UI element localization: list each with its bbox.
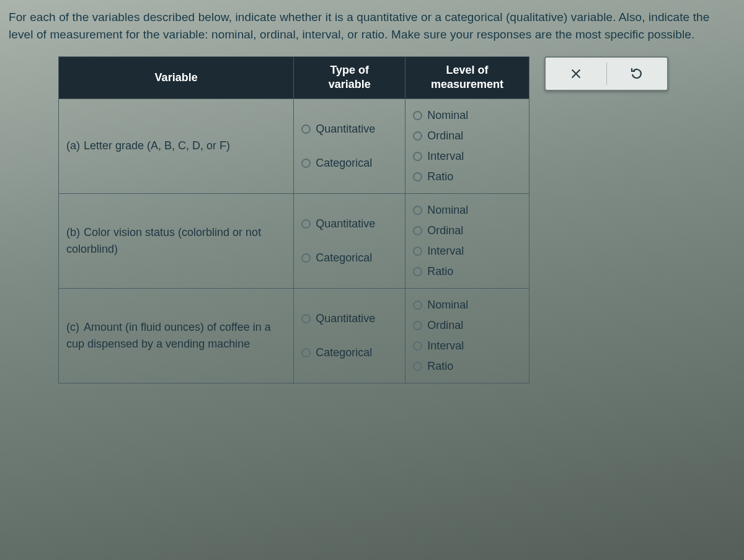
radio-icon[interactable] <box>413 172 422 182</box>
option-label: Interval <box>427 245 464 258</box>
option-label: Interval <box>427 150 464 163</box>
variable-text: Amount (in fluid ounces) of coffee in a … <box>66 321 271 350</box>
radio-icon[interactable] <box>301 159 311 168</box>
option-label: Ordinal <box>427 224 463 237</box>
header-type: Type of variable <box>294 57 405 99</box>
radio-icon[interactable] <box>413 300 422 310</box>
option-label: Ordinal <box>427 319 463 332</box>
option-interval[interactable]: Interval <box>413 241 521 261</box>
option-label: Nominal <box>427 299 468 312</box>
radio-icon[interactable] <box>413 267 422 276</box>
table-row: (b)Color vision status (colorblind or no… <box>59 193 529 288</box>
option-ratio[interactable]: Ratio <box>413 356 521 377</box>
radio-icon[interactable] <box>413 341 422 351</box>
option-label: Ratio <box>427 265 453 278</box>
header-level: Level of measurement <box>405 57 529 99</box>
type-cell: Quantitative Categorical <box>294 288 405 383</box>
radio-icon[interactable] <box>413 152 422 161</box>
variable-cell: (a)Letter grade (A, B, C, D, or F) <box>59 98 294 193</box>
option-label: Quantitative <box>316 123 375 136</box>
radio-icon[interactable] <box>413 226 422 235</box>
option-label: Quantitative <box>316 312 375 325</box>
level-cell: Nominal Ordinal Interval Ratio <box>405 193 529 288</box>
header-variable: Variable <box>59 57 294 99</box>
option-nominal[interactable]: Nominal <box>413 105 521 126</box>
row-marker: (a) <box>66 138 84 154</box>
option-ratio[interactable]: Ratio <box>413 261 521 282</box>
option-ratio[interactable]: Ratio <box>413 167 521 187</box>
radio-icon[interactable] <box>413 247 422 256</box>
reset-button[interactable] <box>607 58 668 90</box>
variable-text: Letter grade (A, B, C, D, or F) <box>84 139 230 152</box>
option-ordinal[interactable]: Ordinal <box>413 315 521 336</box>
radio-icon[interactable] <box>413 321 422 330</box>
option-interval[interactable]: Interval <box>413 336 521 356</box>
level-cell: Nominal Ordinal Interval Ratio <box>405 288 529 383</box>
radio-icon[interactable] <box>413 111 422 120</box>
option-label: Ratio <box>427 170 453 183</box>
table-row: (a)Letter grade (A, B, C, D, or F) Quant… <box>59 98 529 193</box>
option-quantitative[interactable]: Quantitative <box>301 308 397 329</box>
variable-cell: (c)Amount (in fluid ounces) of coffee in… <box>59 288 294 383</box>
row-marker: (b) <box>66 224 84 241</box>
option-label: Quantitative <box>316 217 375 230</box>
radio-icon[interactable] <box>413 131 422 141</box>
option-categorical[interactable]: Categorical <box>301 343 397 363</box>
option-interval[interactable]: Interval <box>413 146 521 167</box>
option-ordinal[interactable]: Ordinal <box>413 126 521 146</box>
option-label: Nominal <box>427 204 468 217</box>
table-row: (c)Amount (in fluid ounces) of coffee in… <box>59 288 529 383</box>
option-label: Ordinal <box>427 129 463 142</box>
option-nominal[interactable]: Nominal <box>413 200 521 221</box>
option-categorical[interactable]: Categorical <box>301 248 397 268</box>
radio-icon[interactable] <box>301 253 311 263</box>
row-marker: (c) <box>66 319 84 336</box>
clear-button[interactable] <box>546 58 606 90</box>
type-cell: Quantitative Categorical <box>294 193 405 288</box>
question-instructions: For each of the variables described belo… <box>9 9 735 43</box>
radio-icon[interactable] <box>413 362 422 371</box>
x-icon <box>569 67 583 81</box>
undo-icon <box>629 66 644 81</box>
level-cell: Nominal Ordinal Interval Ratio <box>405 98 529 193</box>
option-label: Ratio <box>427 360 453 373</box>
radio-icon[interactable] <box>301 219 311 229</box>
option-ordinal[interactable]: Ordinal <box>413 221 521 241</box>
option-categorical[interactable]: Categorical <box>301 153 397 173</box>
option-label: Nominal <box>427 109 468 122</box>
option-quantitative[interactable]: Quantitative <box>301 214 397 234</box>
option-label: Categorical <box>316 157 372 170</box>
option-label: Interval <box>427 339 464 352</box>
option-label: Categorical <box>316 252 372 265</box>
option-nominal[interactable]: Nominal <box>413 295 521 315</box>
radio-icon[interactable] <box>413 206 422 215</box>
variable-text: Color vision status (colorblind or not c… <box>66 226 261 255</box>
variable-cell: (b)Color vision status (colorblind or no… <box>59 193 294 288</box>
option-label: Categorical <box>316 346 372 359</box>
action-toolbar <box>544 56 668 91</box>
variable-table: Variable Type of variable Level of measu… <box>58 56 529 383</box>
option-quantitative[interactable]: Quantitative <box>301 119 397 139</box>
radio-icon[interactable] <box>301 125 311 134</box>
type-cell: Quantitative Categorical <box>294 98 405 193</box>
radio-icon[interactable] <box>301 314 311 323</box>
radio-icon[interactable] <box>301 348 311 357</box>
